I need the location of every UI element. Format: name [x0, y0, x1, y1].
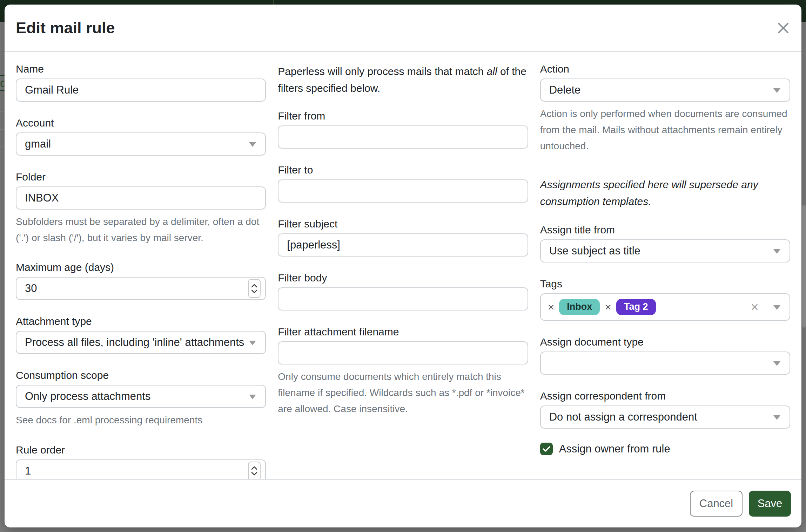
filter-to-input[interactable] [278, 180, 527, 202]
chevron-down-icon [249, 341, 256, 345]
assign-document-type-field-group: Assign document type [540, 336, 790, 375]
filter-subject-label: Filter subject [278, 218, 528, 230]
tag-pill: Inbox [559, 299, 600, 315]
filter-from-input[interactable] [278, 126, 527, 148]
filters-intro-italic: all [487, 66, 497, 77]
chevron-down-icon [773, 415, 780, 420]
filter-subject-input[interactable] [278, 234, 527, 256]
chevron-down-icon [773, 88, 780, 93]
close-button[interactable] [775, 20, 791, 36]
edit-mail-rule-dialog: Edit mail rule Name Account gmail [5, 5, 801, 527]
dialog-title: Edit mail rule [16, 19, 115, 37]
filters-intro-pre: Paperless will only process mails that m… [278, 66, 486, 77]
assign-title-select[interactable]: Use subject as title [540, 239, 790, 262]
background-table-line [0, 146, 5, 147]
filter-attachment-filename-input[interactable] [278, 342, 527, 364]
assign-title-selected-value: Use subject as title [549, 245, 640, 257]
action-select[interactable]: Delete [540, 79, 790, 102]
tag-remove-icon[interactable]: × [548, 301, 555, 313]
chevron-down-icon [249, 142, 256, 147]
attachment-type-selected-value: Process all files, including 'inline' at… [25, 336, 244, 349]
account-select[interactable]: gmail [16, 132, 266, 156]
consumption-scope-selected-value: Only process attachments [25, 390, 150, 403]
action-selected-value: Delete [549, 84, 581, 96]
assign-owner-label: Assign owner from rule [559, 443, 670, 455]
folder-help-text: Subfolders must be separated by a delimi… [16, 214, 266, 246]
tags-clear-icon[interactable]: × [751, 300, 759, 314]
action-help-text: Action is only performed when documents … [540, 106, 790, 155]
checkmark-icon [543, 446, 550, 452]
attachment-type-select[interactable]: Process all files, including 'inline' at… [16, 331, 266, 354]
chevron-down-icon [249, 395, 256, 399]
stepper-up-icon [251, 466, 257, 470]
cancel-button[interactable]: Cancel [690, 491, 743, 517]
background-link-underline [0, 75, 5, 76]
filter-body-input[interactable] [278, 288, 527, 310]
filter-to-label: Filter to [278, 164, 528, 176]
max-age-label: Maximum age (days) [16, 261, 266, 273]
column-general: Name Account gmail Folder Subfolders mus… [16, 63, 266, 479]
background-text-fragment: d [0, 76, 5, 89]
filter-attachment-filename-field-group: Filter attachment filename Only consume … [278, 326, 528, 417]
name-input[interactable] [16, 79, 265, 101]
filter-to-field-group: Filter to [278, 164, 528, 203]
max-age-input[interactable] [16, 278, 265, 299]
folder-input[interactable] [16, 187, 265, 209]
consumption-scope-field-group: Consumption scope Only process attachmen… [16, 369, 266, 428]
attachment-type-field-group: Attachment type Process all files, inclu… [16, 315, 266, 354]
tag-remove-icon[interactable]: × [605, 301, 611, 313]
assign-correspondent-label: Assign correspondent from [540, 390, 790, 402]
action-field-group: Action Delete Action is only performed w… [540, 63, 790, 155]
tags-selected: ×Inbox×Tag 2 [548, 299, 656, 315]
name-label: Name [16, 63, 266, 75]
chevron-down-icon [773, 249, 780, 254]
chevron-down-icon [773, 361, 780, 366]
stepper-down-icon [251, 472, 257, 476]
consumption-scope-help-text: See docs for .eml processing requirement… [16, 412, 266, 428]
rule-order-input[interactable] [16, 460, 265, 479]
assign-correspondent-select[interactable]: Do not assign a correspondent [540, 405, 790, 429]
filter-from-label: Filter from [278, 110, 528, 122]
account-selected-value: gmail [25, 138, 51, 150]
assign-owner-checkbox[interactable] [540, 443, 553, 455]
account-field-group: Account gmail [16, 117, 266, 156]
filter-body-label: Filter body [278, 272, 528, 284]
assign-correspondent-selected-value: Do not assign a correspondent [549, 411, 697, 423]
tags-field-group: Tags ×Inbox×Tag 2 × [540, 278, 790, 321]
assign-correspondent-field-group: Assign correspondent from Do not assign … [540, 390, 790, 429]
action-label: Action [540, 63, 790, 75]
filter-subject-field-group: Filter subject [278, 218, 528, 257]
consumption-scope-label: Consumption scope [16, 369, 266, 381]
tags-select[interactable]: ×Inbox×Tag 2 × [540, 293, 790, 321]
page-scrollbar-thumb[interactable] [802, 205, 806, 328]
consumption-scope-select[interactable]: Only process attachments [16, 385, 266, 408]
column-filters: Paperless will only process mails that m… [278, 63, 528, 479]
background-table-line [0, 111, 5, 112]
account-label: Account [16, 117, 266, 129]
assign-title-label: Assign title from [540, 224, 790, 236]
folder-label: Folder [16, 171, 266, 183]
number-stepper[interactable] [248, 279, 261, 298]
stepper-down-icon [251, 289, 257, 293]
number-stepper[interactable] [248, 462, 261, 479]
rule-order-label: Rule order [16, 444, 266, 456]
name-field-group: Name [16, 63, 266, 102]
assign-title-field-group: Assign title from Use subject as title [540, 224, 790, 262]
attachment-type-label: Attachment type [16, 315, 266, 327]
tags-label: Tags [540, 278, 790, 290]
assign-document-type-select[interactable] [540, 352, 790, 375]
assign-document-type-label: Assign document type [540, 336, 790, 348]
max-age-field-group: Maximum age (days) [16, 261, 266, 300]
filter-attachment-filename-label: Filter attachment filename [278, 326, 528, 338]
column-action-assignments: Action Delete Action is only performed w… [540, 63, 790, 479]
background-header-divider [273, 0, 274, 5]
chevron-down-icon [773, 305, 780, 310]
close-icon [777, 22, 789, 34]
dialog-body: Name Account gmail Folder Subfolders mus… [5, 52, 801, 479]
stepper-up-icon [251, 284, 257, 288]
folder-field-group: Folder Subfolders must be separated by a… [16, 171, 266, 246]
filters-intro-text: Paperless will only process mails that m… [278, 63, 528, 97]
background-table-line [0, 129, 5, 130]
save-button[interactable]: Save [749, 491, 791, 517]
tag-pill: Tag 2 [616, 299, 656, 315]
